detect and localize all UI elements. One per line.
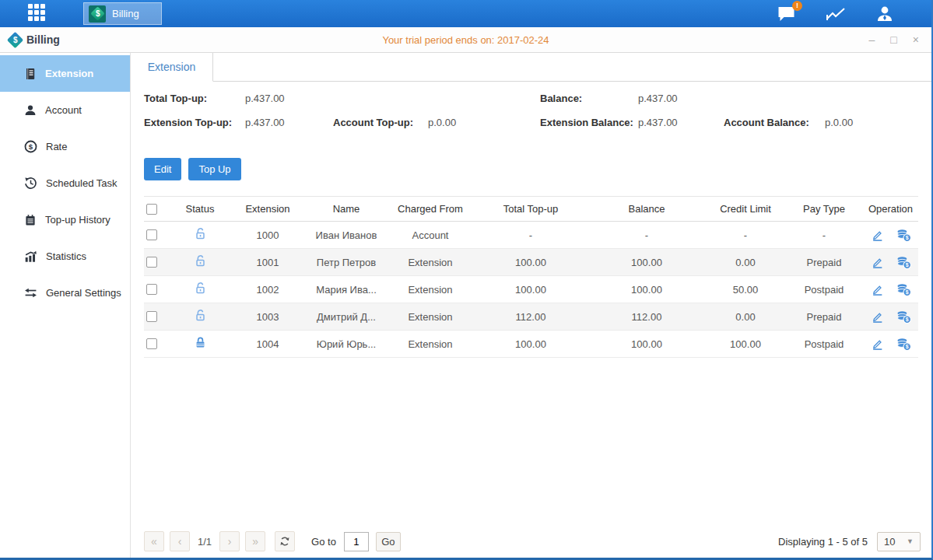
select-all-checkbox[interactable] bbox=[146, 204, 157, 215]
topup-history-icon bbox=[24, 214, 37, 226]
goto-page-input[interactable] bbox=[344, 532, 369, 551]
cell-extension: 1004 bbox=[230, 338, 306, 350]
extension-topup-label: Extension Top-up: bbox=[144, 117, 232, 128]
apps-grid-icon[interactable] bbox=[28, 4, 48, 24]
trial-notice: Your trial period ends on: 2017-02-24 bbox=[0, 34, 931, 46]
table-body: 1000 Иван Иванов Account - - - - $ bbox=[144, 222, 918, 358]
top-up-icon[interactable]: $ bbox=[896, 338, 911, 351]
prev-page-button[interactable]: ‹ bbox=[170, 531, 190, 551]
edit-icon[interactable] bbox=[871, 229, 884, 242]
cell-name: Дмитрий Д... bbox=[306, 311, 387, 323]
cell-balance: 112.00 bbox=[588, 311, 706, 323]
extension-icon bbox=[24, 68, 37, 80]
tab-extension[interactable]: Extension bbox=[131, 53, 213, 82]
cell-total-topup: 112.00 bbox=[474, 311, 588, 323]
top-up-button[interactable]: Top Up bbox=[188, 158, 240, 180]
messages-icon[interactable]: ! bbox=[777, 5, 796, 23]
extension-topup-value: p.437.00 bbox=[245, 117, 285, 128]
edit-icon[interactable] bbox=[871, 310, 884, 324]
cell-credit-limit: 100.00 bbox=[706, 338, 785, 350]
sidebar-item-rate[interactable]: $ Rate bbox=[0, 128, 130, 165]
top-navbar: $ Billing ! bbox=[0, 0, 931, 27]
svg-text:$: $ bbox=[905, 289, 908, 296]
col-extension: Extension bbox=[230, 203, 306, 215]
top-up-icon[interactable]: $ bbox=[896, 310, 911, 324]
row-checkbox[interactable] bbox=[146, 338, 157, 349]
table-row: 1003 Дмитрий Д... Extension 112.00 112.0… bbox=[144, 303, 918, 331]
edit-icon[interactable] bbox=[871, 283, 884, 296]
cell-extension: 1003 bbox=[230, 311, 306, 323]
navbar-billing-tab[interactable]: $ Billing bbox=[83, 2, 162, 25]
edit-icon[interactable] bbox=[871, 256, 884, 269]
cell-extension: 1002 bbox=[230, 284, 306, 296]
statistics-chart-icon[interactable] bbox=[826, 5, 846, 23]
tabstrip: Extension bbox=[131, 53, 931, 82]
pagination-bar: « ‹ 1/1 › » Go to Go Displaying bbox=[144, 531, 921, 551]
cell-pay-type: Postpaid bbox=[785, 338, 863, 350]
sidebar-item-general-settings[interactable]: General Settings bbox=[0, 275, 130, 311]
cell-charged-from: Extension bbox=[387, 311, 474, 323]
cell-charged-from: Account bbox=[387, 229, 474, 241]
account-icon bbox=[24, 104, 37, 117]
user-icon[interactable] bbox=[875, 5, 894, 23]
table-row: 1002 Мария Ива... Extension 100.00 100.0… bbox=[144, 276, 918, 303]
edit-button[interactable]: Edit bbox=[144, 158, 181, 180]
col-total-topup: Total Top-up bbox=[474, 203, 588, 215]
lock-closed-icon bbox=[194, 336, 207, 352]
svg-text:$: $ bbox=[905, 235, 908, 241]
col-charged-from: Charged From bbox=[387, 203, 474, 215]
top-up-icon[interactable]: $ bbox=[896, 229, 911, 242]
col-pay-type: Pay Type bbox=[785, 203, 863, 215]
sidebar: Extension Account $ Rate bbox=[0, 53, 131, 558]
next-page-button[interactable]: › bbox=[219, 531, 240, 551]
sidebar-item-topup-history[interactable]: Top-up History bbox=[0, 201, 130, 238]
balance-value: p.437.00 bbox=[638, 93, 678, 104]
refresh-button[interactable] bbox=[275, 531, 295, 551]
total-topup-value: p.437.00 bbox=[245, 93, 285, 104]
last-page-button[interactable]: » bbox=[245, 531, 265, 551]
general-settings-icon bbox=[24, 286, 37, 299]
cell-total-topup: 100.00 bbox=[474, 284, 588, 296]
cell-credit-limit: 50.00 bbox=[706, 284, 785, 296]
lock-open-icon bbox=[194, 282, 207, 297]
sidebar-item-scheduled-task[interactable]: Scheduled Task bbox=[0, 165, 130, 201]
notification-badge: ! bbox=[792, 1, 802, 11]
sidebar-item-extension[interactable]: Extension bbox=[0, 55, 130, 92]
navbar-tab-label: Billing bbox=[112, 8, 139, 19]
maximize-icon[interactable]: □ bbox=[890, 33, 896, 46]
sidebar-item-account[interactable]: Account bbox=[0, 92, 130, 128]
cell-extension: 1001 bbox=[230, 257, 306, 268]
row-checkbox[interactable] bbox=[146, 257, 157, 268]
table-header: Status Extension Name Charged From Total… bbox=[144, 196, 918, 222]
svg-text:$: $ bbox=[905, 317, 908, 323]
close-icon[interactable]: × bbox=[913, 33, 919, 46]
cell-extension: 1000 bbox=[230, 229, 306, 241]
cell-credit-limit: - bbox=[706, 229, 785, 241]
cell-charged-from: Extension bbox=[387, 338, 474, 350]
row-checkbox[interactable] bbox=[146, 311, 157, 322]
page-size-select[interactable]: 10 ▼ bbox=[877, 532, 921, 551]
cell-name: Юрий Юрь... bbox=[306, 338, 387, 350]
main-panel: Extension Total Top-up: p.437.00 Balance… bbox=[131, 53, 931, 558]
row-checkbox[interactable] bbox=[146, 229, 157, 240]
statistics-icon bbox=[24, 250, 37, 263]
lock-open-icon bbox=[194, 227, 207, 243]
col-credit-limit: Credit Limit bbox=[706, 203, 785, 215]
displaying-status: Displaying 1 - 5 of 5 bbox=[778, 536, 868, 548]
cell-total-topup: - bbox=[474, 229, 588, 241]
edit-icon[interactable] bbox=[871, 338, 884, 351]
account-balance-label: Account Balance: bbox=[724, 117, 809, 128]
sidebar-label: Statistics bbox=[46, 250, 86, 262]
row-checkbox[interactable] bbox=[146, 284, 157, 295]
balance-label: Balance: bbox=[540, 93, 582, 104]
top-up-icon[interactable]: $ bbox=[896, 256, 911, 269]
go-button[interactable]: Go bbox=[376, 532, 401, 551]
first-page-button[interactable]: « bbox=[144, 531, 164, 551]
col-operation: Operation bbox=[863, 203, 918, 215]
cell-balance: - bbox=[588, 229, 706, 241]
cell-balance: 100.00 bbox=[588, 338, 706, 350]
top-up-icon[interactable]: $ bbox=[896, 283, 911, 296]
sidebar-item-statistics[interactable]: Statistics bbox=[0, 238, 130, 275]
minimize-icon[interactable]: – bbox=[869, 33, 875, 46]
cell-name: Петр Петров bbox=[306, 257, 387, 268]
